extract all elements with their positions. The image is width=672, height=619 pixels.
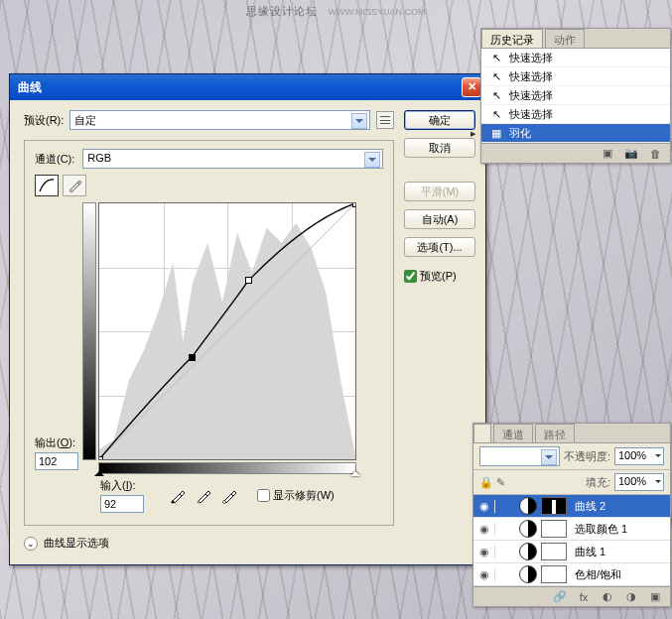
curve-icon (39, 179, 55, 192)
layer-row[interactable]: 选取颜色 1 (473, 518, 670, 541)
adjustment-icon (519, 543, 537, 560)
curves-dialog: 曲线 ✕ 预设(R): 自定 通道(C): RGB (9, 73, 486, 565)
visibility-icon[interactable] (479, 523, 489, 535)
preset-menu-icon[interactable] (376, 111, 394, 129)
layer-row[interactable]: 曲线 2 (473, 495, 670, 518)
channel-label: 通道(C): (35, 152, 74, 167)
layer-list: 曲线 2选取颜色 1曲线 1色相/饱和 (473, 495, 670, 586)
history-list: ↖快速选择↖快速选择↖快速选择↖快速选择▸▦羽化 (481, 49, 670, 143)
eyedropper-black[interactable] (168, 486, 188, 506)
curve-point-shadow[interactable] (98, 456, 103, 460)
opacity-label: 不透明度: (564, 449, 610, 464)
svg-point-1 (172, 500, 175, 503)
dialog-title: 曲线 (18, 79, 462, 96)
show-clipping-checkbox[interactable]: 显示修剪(W) (257, 488, 335, 503)
history-item[interactable]: ▸▦羽化 (481, 124, 670, 143)
visibility-icon[interactable] (479, 546, 489, 557)
tab-actions[interactable]: 动作 (545, 29, 585, 48)
svg-line-0 (99, 203, 355, 459)
layers-panel: 通道 路径 不透明度: 100% 🔒 ✎ 填充: 100% 曲线 2选取颜色 1… (472, 423, 671, 607)
cancel-button[interactable]: 取消 (404, 138, 475, 158)
history-panel: 历史记录 动作 ↖快速选择↖快速选择↖快速选择↖快速选择▸▦羽化 ▣ 📷 🗑 (480, 28, 671, 164)
auto-button[interactable]: 自动(A) (404, 209, 475, 229)
output-field[interactable] (35, 452, 78, 470)
preset-combo[interactable]: 自定 (69, 110, 370, 130)
curve-tool-pencil[interactable] (63, 175, 86, 196)
channel-combo[interactable]: RGB (82, 149, 383, 169)
tab-layers[interactable] (473, 424, 491, 442)
history-snapshot-icon[interactable]: ▣ (601, 147, 614, 161)
layer-thumb (541, 497, 567, 515)
fill-field[interactable]: 100% (614, 473, 664, 491)
tab-paths[interactable]: 路径 (535, 424, 575, 442)
svg-point-3 (223, 500, 226, 503)
curve-display-options[interactable]: ⌄ 曲线显示选项 (24, 536, 394, 551)
fill-label: 填充: (586, 475, 610, 490)
history-item[interactable]: ↖快速选择 (481, 105, 670, 124)
watermark: 思缘设计论坛 WWW.MISSYUAN.COM (0, 4, 672, 19)
visibility-icon[interactable] (479, 568, 489, 580)
pencil-icon (67, 179, 81, 192)
options-button[interactable]: 选项(T)... (404, 237, 475, 257)
curve-group: 通道(C): RGB 输出(O): (24, 140, 394, 526)
layer-thumb (541, 520, 567, 538)
preview-checkbox[interactable]: 预览(P) (404, 269, 475, 284)
curve-path (99, 203, 355, 459)
curve-tool-point[interactable] (35, 175, 59, 196)
eyedropper-gray[interactable] (194, 486, 213, 506)
smooth-button: 平滑(M) (404, 182, 475, 201)
folder-icon[interactable]: ▣ (648, 590, 662, 604)
white-slider[interactable] (350, 466, 360, 476)
input-label: 输入(I): (100, 478, 144, 493)
black-slider[interactable] (94, 466, 104, 476)
svg-point-2 (198, 500, 201, 503)
input-field[interactable] (100, 495, 144, 513)
adjustment-icon (519, 565, 537, 583)
watermark-url: WWW.MISSYUAN.COM (329, 7, 426, 17)
dialog-titlebar[interactable]: 曲线 ✕ (10, 74, 485, 100)
tab-channels[interactable]: 通道 (493, 424, 533, 442)
layer-thumb (541, 543, 567, 560)
blend-mode-combo[interactable] (479, 446, 560, 466)
layer-thumb (541, 565, 567, 583)
curve-point-highlight[interactable] (352, 202, 356, 207)
adjustment-icon (519, 520, 537, 538)
adjust-icon[interactable]: ◑ (624, 590, 638, 604)
x-gradient (98, 462, 356, 474)
y-gradient (82, 202, 96, 460)
lock-icons[interactable]: 🔒 ✎ (479, 476, 519, 489)
adjustment-icon (519, 497, 537, 515)
curve-point-mid[interactable] (245, 277, 252, 284)
fx-icon[interactable]: fx (577, 590, 591, 604)
mask-icon[interactable]: ◐ (601, 590, 614, 604)
layer-row[interactable]: 曲线 1 (473, 541, 670, 563)
curve-canvas[interactable] (98, 202, 356, 460)
history-item[interactable]: ↖快速选择 (481, 49, 670, 67)
chevron-icon: ⌄ (24, 537, 38, 551)
curve-point-selected[interactable] (189, 354, 196, 361)
link-icon[interactable]: 🔗 (553, 590, 567, 604)
close-button[interactable]: ✕ (462, 77, 481, 97)
opacity-field[interactable]: 100% (614, 447, 664, 465)
layer-row[interactable]: 色相/饱和 (473, 563, 670, 586)
preset-label: 预设(R): (24, 113, 64, 128)
trash-icon[interactable]: 🗑 (648, 147, 662, 161)
ok-button[interactable]: 确定 (404, 110, 475, 130)
history-item[interactable]: ↖快速选择 (481, 67, 670, 86)
eyedropper-white[interactable] (219, 486, 239, 506)
history-new-icon[interactable]: 📷 (624, 147, 638, 161)
visibility-icon[interactable] (479, 500, 489, 512)
tab-history[interactable]: 历史记录 (481, 29, 543, 48)
output-label: 输出(O): (35, 435, 78, 450)
watermark-text: 思缘设计论坛 (246, 5, 318, 17)
history-item[interactable]: ↖快速选择 (481, 86, 670, 105)
